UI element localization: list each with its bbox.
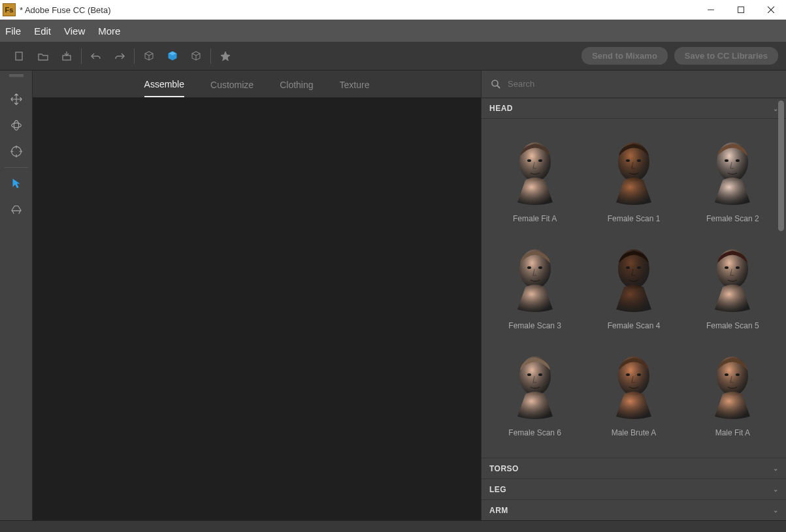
cursor-tool-icon[interactable] [0,170,33,196]
asset-label: Female Scan 6 [508,420,561,441]
category-label: ARM [489,506,508,515]
window-controls [696,0,786,20]
svg-point-31 [538,373,542,376]
asset-thumbnail [700,452,765,458]
svg-point-25 [637,266,641,269]
chevron-down-icon: ⌄ [773,486,779,493]
tab-clothing[interactable]: Clothing [280,72,313,97]
svg-line-10 [497,86,500,88]
svg-point-20 [519,249,551,289]
save-to-cc-libraries-button[interactable]: Save to CC Libraries [674,47,778,65]
maximize-button[interactable] [726,0,756,20]
asset-label: Female Scan 4 [608,313,661,334]
undo-icon[interactable] [84,44,108,68]
minimize-button[interactable] [696,0,726,20]
svg-point-23 [618,249,649,289]
asset-item[interactable]: Male Scan 1 [487,444,583,458]
category-torso[interactable]: TORSO⌄ [482,458,786,478]
menu-more[interactable]: More [98,25,120,37]
menu-file[interactable]: File [5,25,21,37]
wireframe-icon[interactable] [137,44,161,68]
new-icon[interactable] [8,44,31,68]
viewport-tabs: Assemble Customize Clothing Texture [33,70,481,98]
asset-label: Male Brute A [612,420,657,441]
send-to-mixamo-button[interactable]: Send to Mixamo [581,47,668,65]
asset-item[interactable]: Female Fit A [487,123,583,227]
textured-icon[interactable] [184,44,208,68]
asset-grid: Female Fit A Female Scan 1 [482,119,786,458]
toolbar-separator [81,48,82,64]
svg-point-13 [538,159,542,162]
svg-point-33 [626,373,630,376]
scrollbar-thumb[interactable] [778,101,784,231]
move-tool-icon[interactable] [0,86,33,112]
svg-point-15 [626,159,630,162]
svg-point-32 [618,356,649,396]
asset-thumbnail [601,131,666,206]
search-icon [491,79,501,89]
chevron-down-icon: ⌄ [773,105,779,112]
svg-point-19 [736,159,740,162]
asset-item[interactable]: Female Scan 1 [585,123,681,227]
asset-item[interactable]: Female Scan 3 [487,230,583,334]
asset-thumbnail [502,238,568,313]
scrollbar[interactable] [778,101,784,455]
asset-item[interactable]: Male Fit A [685,337,781,441]
svg-point-12 [527,159,531,162]
svg-point-29 [519,356,551,396]
open-icon[interactable] [31,44,55,68]
svg-point-37 [736,373,740,376]
close-button[interactable] [756,0,786,20]
search-input[interactable] [508,79,777,89]
category-label: TORSO [489,464,519,473]
asset-item[interactable]: Female Scan 4 [585,230,681,334]
tab-assemble[interactable]: Assemble [144,71,184,97]
svg-rect-1 [738,7,744,13]
asset-item[interactable]: Female Scan 5 [685,230,781,334]
svg-point-11 [519,142,551,181]
favorite-icon[interactable] [214,44,237,68]
viewport: Assemble Customize Clothing Texture [33,70,481,520]
svg-point-34 [637,373,641,376]
tab-texture[interactable]: Texture [340,72,370,97]
svg-point-16 [637,159,641,162]
svg-point-36 [725,373,729,376]
toolbar-separator [210,48,211,64]
svg-point-24 [626,266,630,269]
svg-point-35 [717,356,748,396]
svg-point-6 [11,123,21,127]
asset-item[interactable]: Male Scan 3 [685,444,781,458]
category-head[interactable]: HEAD ⌄ [482,98,786,119]
svg-rect-4 [16,52,22,60]
target-tool-icon[interactable] [0,138,33,164]
category-label: HEAD [489,104,513,113]
asset-thumbnail [700,345,765,420]
app-logo: Fs [3,3,16,16]
chevron-down-icon: ⌄ [773,465,779,472]
window-title: * Adobe Fuse CC (Beta) [20,5,110,15]
tab-customize[interactable]: Customize [210,72,254,97]
save-icon[interactable] [55,44,78,68]
svg-point-21 [527,266,531,269]
asset-item[interactable]: Female Scan 6 [487,337,583,441]
shaded-icon[interactable] [161,44,184,68]
category-label: LEG [489,485,506,494]
library-panel: HEAD ⌄ Female Fit A [481,70,786,520]
svg-point-26 [717,249,748,289]
asset-item[interactable]: Male Brute A [585,337,681,441]
viewport-canvas[interactable] [33,98,481,520]
asset-item[interactable]: Female Scan 2 [685,123,781,227]
grip-icon [9,74,24,77]
rotate-tool-icon[interactable] [0,112,33,138]
redo-icon[interactable] [108,44,131,68]
category-leg[interactable]: LEG⌄ [482,478,786,499]
menu-view[interactable]: View [64,25,85,37]
svg-point-30 [527,373,531,376]
tool-strip [0,70,33,520]
asset-label: Female Scan 1 [608,206,661,227]
asset-item[interactable]: Male Scan 2 [585,444,681,458]
perspective-tool-icon[interactable] [0,196,33,223]
menu-edit[interactable]: Edit [34,25,51,37]
asset-thumbnail [700,131,765,206]
category-arm[interactable]: ARM⌄ [482,499,786,520]
